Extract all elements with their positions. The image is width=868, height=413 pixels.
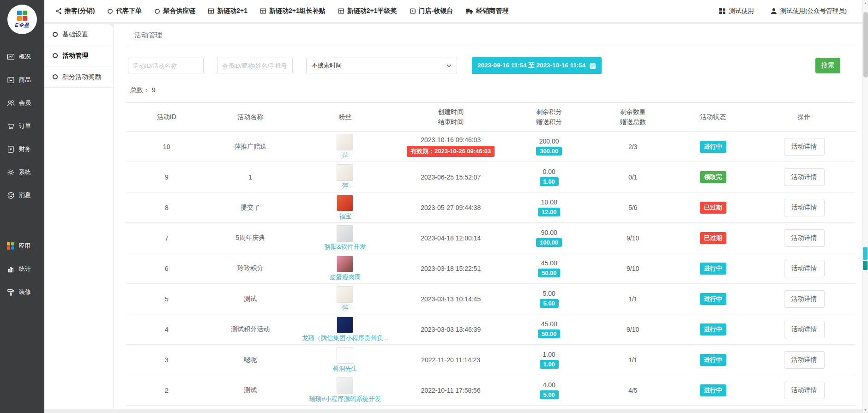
calendar-grid-icon bbox=[260, 8, 266, 14]
table-body: 10萍推广赠送萍2023-10-16 09:46:03有效期：2023-10-2… bbox=[127, 132, 855, 406]
points-gift-badge: 50.00 bbox=[538, 329, 561, 338]
fan-name-link[interactable]: 萍 bbox=[296, 304, 394, 311]
fan-name-link[interactable]: 瑞瑞#小程序源码系统开发 bbox=[296, 395, 394, 403]
grid-icon bbox=[719, 8, 726, 14]
account-shortcut[interactable]: 测试使用 bbox=[719, 7, 754, 15]
circle-icon bbox=[154, 8, 160, 14]
search-button[interactable]: 搜索 bbox=[815, 58, 840, 73]
cell-fan: 皮蛋瘦肉周 bbox=[294, 253, 396, 284]
sidebar-item-label: 装修 bbox=[19, 288, 31, 296]
fan-name-link[interactable]: 皮蛋瘦肉周 bbox=[296, 273, 394, 281]
workspace: 基础设置 活动管理 积分活动奖励 活动管理 不搜索时间 2023-09-16 1… bbox=[44, 22, 868, 413]
cell-activity-id: 9 bbox=[127, 162, 207, 192]
created-time: 2023-03-03 13:46:39 bbox=[398, 326, 504, 333]
time-filter-select[interactable]: 不搜索时间 bbox=[306, 58, 457, 73]
cell-time: 2022-10-11 17:58:56 bbox=[396, 375, 506, 406]
points-gift-badge: 5.00 bbox=[540, 390, 559, 399]
fan-avatar bbox=[337, 377, 353, 394]
cell-activity-id: 7 bbox=[127, 223, 207, 253]
cell-status: 进行中 bbox=[673, 314, 753, 345]
fan-name-link[interactable]: 福宝 bbox=[296, 212, 394, 220]
gear-icon bbox=[7, 168, 15, 176]
table-row: 8提交了福宝2023-05-27 09:44:3810.0012.005/6已过… bbox=[127, 192, 855, 223]
calendar-grid-icon bbox=[208, 8, 214, 14]
cell-activity-name: 提交了 bbox=[207, 192, 294, 223]
created-time: 2022-11-20 11:14:23 bbox=[398, 356, 504, 364]
cell-fan: 瑞瑞#小程序源码系统开发 bbox=[294, 375, 396, 406]
activity-detail-button[interactable]: 活动详情 bbox=[784, 229, 825, 247]
table-row: 6玲玲积分皮蛋瘦肉周2023-03-18 15:22:5145.0050.009… bbox=[127, 253, 855, 284]
fan-name-link[interactable]: 龙翔（腾信集团小程序贵州负... bbox=[296, 334, 394, 342]
subnav-item-points-reward[interactable]: 积分活动奖励 bbox=[44, 66, 113, 88]
subnav-item-label: 基础设置 bbox=[62, 30, 88, 39]
sidebar-item-label: 商品 bbox=[19, 76, 31, 84]
nav-item-proxy-order[interactable]: 代客下单 bbox=[107, 7, 142, 15]
nav-item-chain-peer-award[interactable]: 新链动2+1平级奖 bbox=[338, 7, 397, 15]
user-icon bbox=[771, 8, 777, 14]
scrollbar-thumb[interactable] bbox=[863, 12, 868, 78]
activity-detail-button[interactable]: 活动详情 bbox=[784, 199, 825, 216]
fan-name-link[interactable]: 萍 bbox=[296, 151, 394, 159]
cell-activity-id: 6 bbox=[127, 253, 207, 284]
edge-widget-cyan[interactable] bbox=[863, 247, 868, 260]
cell-action: 活动详情 bbox=[753, 192, 855, 223]
activity-detail-button[interactable]: 活动详情 bbox=[784, 138, 825, 156]
sidebar-item-members[interactable]: 会员 bbox=[0, 91, 44, 114]
filter-bar: 不搜索时间 2023-09-16 11:54 至 2023-10-16 11:5… bbox=[128, 57, 840, 74]
goods-box-icon bbox=[7, 76, 15, 84]
nav-item-dealer-management[interactable]: 经销商管理 bbox=[465, 7, 508, 15]
current-user[interactable]: 测试使用(公众号管理员) bbox=[771, 7, 847, 15]
fan-name-link[interactable]: 萍 bbox=[296, 182, 394, 190]
column-header-status: 活动状态 bbox=[673, 103, 753, 132]
sidebar-item-apps[interactable]: 应用 bbox=[0, 234, 44, 257]
nav-item-chain-2plus1[interactable]: 新链动2+1 bbox=[208, 7, 247, 15]
nav-item-label: 新链动2+1组长补贴 bbox=[269, 7, 326, 15]
sidebar-item-overview[interactable]: 概况 bbox=[0, 45, 44, 68]
sidebar-item-decorate[interactable]: 装修 bbox=[0, 281, 44, 304]
brand-logo[interactable]: E企盈 bbox=[7, 5, 37, 34]
scroll-down-arrow[interactable]: ▼ bbox=[863, 408, 868, 412]
created-time: 2023-06-25 15:52:07 bbox=[398, 174, 504, 181]
date-range-button[interactable]: 2023-09-16 11:54 至 2023-10-16 11:54 bbox=[472, 57, 602, 74]
fan-name-link[interactable]: 树洞先生 bbox=[296, 365, 394, 372]
activity-detail-button[interactable]: 活动详情 bbox=[784, 168, 825, 186]
cell-points: 45.0050.00 bbox=[506, 314, 593, 345]
sidebar-item-stats[interactable]: 统计 bbox=[0, 257, 44, 281]
sidebar-item-system[interactable]: 系统 bbox=[0, 161, 44, 184]
nav-item-chain-leader-subsidy[interactable]: 新链动2+1组长补贴 bbox=[260, 7, 326, 15]
activity-detail-button[interactable]: 活动详情 bbox=[784, 351, 825, 369]
member-search-input[interactable] bbox=[217, 58, 293, 73]
cell-status: 已过期 bbox=[673, 223, 753, 253]
activity-detail-button[interactable]: 活动详情 bbox=[784, 260, 825, 277]
fan-name-link[interactable]: 骆阳&软件开发 bbox=[296, 243, 394, 251]
created-time: 2023-04-18 12:00:14 bbox=[398, 234, 504, 242]
sidebar-item-finance[interactable]: ¥ 财务 bbox=[0, 138, 44, 161]
current-user-label: 测试使用(公众号管理员) bbox=[780, 7, 847, 15]
sidebar-item-goods[interactable]: 商品 bbox=[0, 68, 44, 91]
subnav-item-basic-settings[interactable]: 基础设置 bbox=[44, 24, 113, 45]
nav-item-store-cashier[interactable]: 门店-收银台 bbox=[410, 7, 453, 15]
status-badge: 进行中 bbox=[700, 384, 726, 396]
total-count: 总数：9 bbox=[130, 86, 855, 95]
activity-detail-button[interactable]: 活动详情 bbox=[784, 382, 825, 399]
scroll-up-arrow[interactable]: ▲ bbox=[863, 1, 868, 5]
ring-icon bbox=[53, 32, 58, 37]
activity-detail-button[interactable]: 活动详情 bbox=[784, 290, 825, 308]
cell-time: 2023-03-13 10:14:45 bbox=[396, 284, 506, 314]
nav-item-label: 门店-收银台 bbox=[419, 7, 453, 15]
sidebar-item-label: 财务 bbox=[19, 145, 31, 153]
activity-search-input[interactable] bbox=[128, 58, 204, 73]
points-gift-badge: 1.00 bbox=[540, 360, 559, 369]
subnav-item-activity-management[interactable]: 活动管理 bbox=[44, 45, 113, 66]
sidebar-item-orders[interactable]: 订单 bbox=[0, 114, 44, 138]
page-scrollbar[interactable]: ▲ ▼ bbox=[862, 0, 868, 413]
cell-points: 45.0050.00 bbox=[506, 253, 593, 284]
status-badge: 已过期 bbox=[700, 232, 726, 244]
edge-widget-teal[interactable] bbox=[863, 261, 868, 270]
sidebar-item-messages[interactable]: 消息 bbox=[0, 184, 44, 207]
points-remaining: 1.00 bbox=[507, 351, 591, 358]
activity-detail-button[interactable]: 活动详情 bbox=[784, 321, 825, 338]
cell-points: 0.001.00 bbox=[506, 162, 593, 192]
nav-item-supply-chain[interactable]: 聚合供应链 bbox=[154, 7, 195, 15]
nav-item-distribution[interactable]: 推客(分销) bbox=[55, 7, 95, 15]
